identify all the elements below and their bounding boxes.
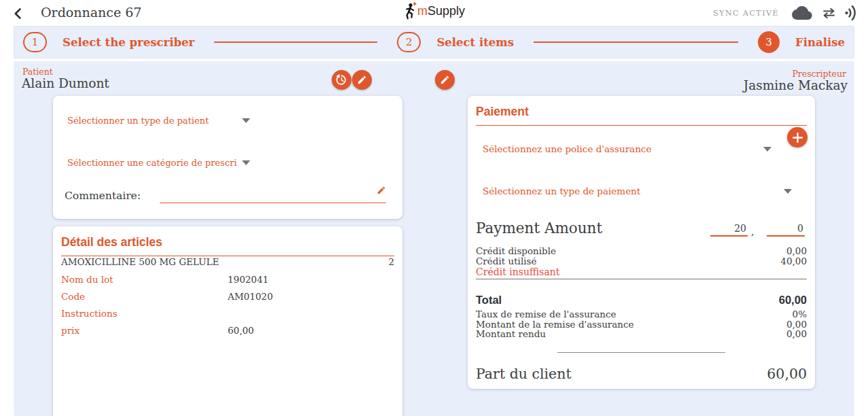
- client-share-label: Part du client: [476, 366, 572, 382]
- runner-logo-icon: [403, 2, 417, 20]
- add-insurance-button[interactable]: [787, 127, 808, 148]
- edit-comment-pencil-icon[interactable]: [377, 186, 386, 195]
- comment-label: Commentaire:: [65, 190, 141, 202]
- total-row: Total 60,00: [476, 294, 807, 307]
- patient-form-card: Sélectionner un type de patient Sélectio…: [53, 96, 402, 219]
- plus-icon: [793, 133, 803, 143]
- pencil-icon: [440, 75, 450, 85]
- page-title: Ordonnance 67: [41, 5, 141, 20]
- payment-amount-decimal-input[interactable]: [767, 221, 805, 237]
- credit-used-value: 40,00: [780, 256, 807, 266]
- client-share-value: 60,00: [767, 366, 807, 382]
- change-input-underline[interactable]: [557, 352, 725, 353]
- item-details-card: Détail des articles AMOXICILLINE 500 MG …: [53, 226, 402, 416]
- step-3-label: Finalise: [795, 36, 845, 49]
- batch-row: Nom du lot 1902041: [61, 274, 394, 285]
- logo-m: m: [417, 4, 428, 18]
- header-status-cluster: SYNC ACTIVÉ: [713, 0, 859, 26]
- item-row: AMOXICILLINE 500 MG GELULE 2: [61, 256, 394, 267]
- code-value: AM01020: [228, 291, 273, 302]
- insurance-discount-rate-label: Taux de remise de l'assurance: [476, 309, 617, 319]
- patient-name: Alain Dumont: [22, 76, 109, 90]
- cloud-icon[interactable]: [792, 6, 812, 20]
- step-finalise[interactable]: 3 Finalise: [758, 31, 845, 53]
- pencil-icon: [357, 75, 367, 85]
- prescriber-label: Prescripteur: [792, 69, 846, 79]
- price-value: 60,00: [228, 325, 254, 336]
- decimal-separator: ,: [751, 226, 754, 237]
- prescription-finalise-page: Ordonnance 67 mSupply SYNC ACTIVÉ: [0, 0, 868, 416]
- prescriber-category-select[interactable]: Sélectionner une catégorie de prescri..: [67, 156, 250, 169]
- credit-insufficient-warning: Crédit insuffisant: [476, 266, 560, 277]
- credit-available-label: Crédit disponible: [476, 245, 556, 256]
- insurance-policy-select[interactable]: Sélectionnez une police d'assurance: [483, 143, 771, 155]
- step-1-label: Select the prescriber: [63, 36, 194, 49]
- patient-history-button[interactable]: [332, 70, 351, 90]
- payment-type-select[interactable]: Sélectionnez un type de paiement: [483, 185, 792, 197]
- step-2-label: Select items: [436, 36, 514, 49]
- step-3-badge: 3: [758, 31, 780, 53]
- price-label: prix: [61, 325, 80, 336]
- sync-status-label: SYNC ACTIVÉ: [713, 9, 779, 18]
- step-connector-line: [214, 41, 377, 43]
- patient-label: Patient: [22, 67, 53, 77]
- step-2-badge: 2: [397, 32, 421, 52]
- instructions-label: Instructions: [61, 308, 118, 319]
- code-row: Code AM01020: [61, 291, 394, 302]
- patient-type-select[interactable]: Sélectionner un type de patient: [67, 114, 250, 126]
- instructions-row: Instructions: [61, 308, 394, 319]
- credit-used-label: Crédit utilisé: [476, 256, 536, 266]
- back-chevron-icon: [12, 7, 25, 20]
- step-select-items[interactable]: 2 Select items: [397, 32, 514, 52]
- main-content: Patient Alain Dumont Prescripteur Jasmin…: [14, 61, 854, 416]
- logo-supply: Supply: [428, 4, 465, 18]
- client-share-row: Part du client 60,00: [476, 366, 807, 382]
- insurance-policy-placeholder: Sélectionnez une police d'assurance: [483, 143, 651, 154]
- step-connector-line: [534, 41, 738, 43]
- logo-text: mSupply: [417, 4, 465, 18]
- code-label: Code: [61, 291, 85, 302]
- total-label: Total: [476, 294, 502, 307]
- change-returned-value: 0,00: [786, 328, 807, 339]
- edit-patient-button[interactable]: [352, 70, 372, 90]
- insurance-discount-rate-value: 0%: [793, 309, 807, 319]
- item-details-title: Détail des articles: [61, 235, 394, 256]
- back-button[interactable]: [10, 5, 27, 22]
- batch-value: 1902041: [228, 274, 268, 285]
- batch-label: Nom du lot: [61, 274, 114, 285]
- divider: [476, 279, 807, 279]
- chevron-down-icon: [242, 160, 250, 165]
- sync-arrows-icon[interactable]: [821, 7, 837, 19]
- wizard-steps-bar: 1 Select the prescriber 2 Select items 3…: [14, 26, 854, 58]
- history-icon: [335, 73, 348, 86]
- app-header: Ordonnance 67 mSupply SYNC ACTIVÉ: [0, 0, 868, 26]
- price-row: prix 60,00: [61, 325, 394, 336]
- wifi-signal-icon[interactable]: [843, 3, 862, 22]
- chevron-down-icon: [784, 189, 792, 194]
- payment-amount-integer-input[interactable]: [710, 221, 748, 237]
- step-select-prescriber[interactable]: 1 Select the prescriber: [23, 32, 194, 52]
- payment-amount-label: Payment Amount: [476, 220, 602, 237]
- chevron-down-icon: [242, 118, 250, 123]
- credit-available-value: 0,00: [786, 245, 807, 256]
- prescriber-name: Jasmine Mackay: [744, 78, 848, 92]
- step-1-badge: 1: [23, 32, 47, 52]
- payment-card: Paiement Sélectionnez une police d'assur…: [468, 96, 815, 389]
- payment-type-placeholder: Sélectionnez un type de paiement: [483, 186, 640, 196]
- prescriber-category-placeholder: Sélectionner une catégorie de prescri..: [67, 158, 237, 168]
- total-value: 60,00: [779, 294, 807, 307]
- insurance-discount-rate-row: Taux de remise de l'assurance 0%: [476, 309, 807, 319]
- item-name: AMOXICILLINE 500 MG GELULE: [61, 256, 219, 267]
- change-returned-row: Montant rendu 0,00: [476, 328, 807, 339]
- change-returned-label: Montant rendu: [476, 328, 546, 339]
- credit-used-row: Crédit utilisé 40,00: [476, 256, 807, 266]
- msupply-logo: mSupply: [403, 2, 465, 20]
- comment-input[interactable]: [160, 190, 386, 203]
- patient-type-placeholder: Sélectionner un type de patient: [67, 116, 209, 126]
- payment-title: Paiement: [476, 105, 807, 126]
- credit-available-row: Crédit disponible 0,00: [476, 245, 807, 256]
- chevron-down-icon: [763, 147, 771, 152]
- item-quantity: 2: [388, 256, 394, 267]
- edit-prescriber-button[interactable]: [435, 70, 455, 90]
